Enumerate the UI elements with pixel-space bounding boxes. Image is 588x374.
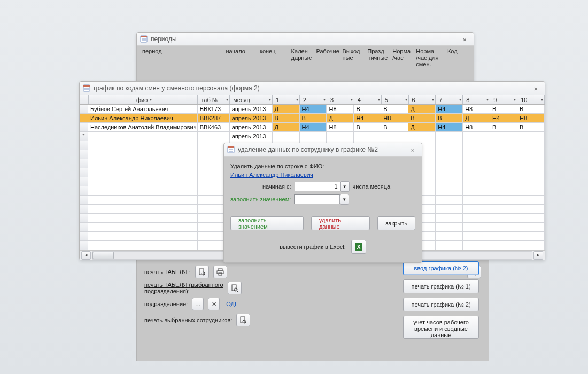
input-schedule-2-button[interactable]: ввод графика (№ 2)	[403, 261, 479, 275]
column-header[interactable]: 9▾	[490, 95, 517, 104]
excel-export-button[interactable]: X	[351, 240, 366, 254]
cell-day[interactable]	[381, 132, 408, 141]
department-clear-button[interactable]: ✕	[208, 298, 220, 310]
cell-day[interactable]	[490, 132, 517, 141]
row-marker[interactable]	[80, 114, 88, 122]
cell-month[interactable]: апрель 2013	[230, 123, 273, 131]
fill-value-dropdown[interactable]: ▼	[339, 194, 349, 205]
cell-tab[interactable]: ВВК173	[198, 105, 230, 113]
column-header[interactable]: 6▾	[409, 95, 436, 104]
cell-day[interactable]	[327, 132, 354, 141]
cell-day[interactable]: Д	[273, 123, 300, 131]
cell-day[interactable]: В	[490, 123, 517, 131]
start-day-dropdown[interactable]: ▼	[340, 181, 350, 192]
print-schedule-1-button[interactable]: печать графика (№ 1)	[403, 279, 479, 293]
start-day-input[interactable]	[295, 182, 341, 191]
cell-day[interactable]: Н8	[381, 114, 408, 122]
column-header[interactable]: 10▾	[517, 95, 545, 104]
grid-close-button[interactable]: ⨉	[530, 85, 541, 92]
cell-day[interactable]	[354, 132, 381, 141]
cell-fio[interactable]: Бубнов Сергей Анатольевич	[88, 105, 198, 113]
column-header[interactable]: месяц▾	[230, 95, 273, 104]
cell-month[interactable]: апрель 2013	[230, 105, 273, 113]
row-marker-new[interactable]: *	[80, 132, 88, 141]
cell-tab[interactable]: ВВК463	[198, 123, 230, 131]
column-header[interactable]: 5▾	[382, 95, 409, 104]
cell-day[interactable]: Д	[408, 123, 436, 131]
cell-day[interactable]: Н8	[463, 123, 490, 131]
cell-day[interactable]: Д	[463, 114, 490, 122]
cell-day[interactable]: Н4	[300, 105, 327, 113]
dialog-employee-link[interactable]: Ильин Александр Николаевич	[230, 172, 313, 178]
print-tabel-preview-button[interactable]	[195, 266, 209, 278]
cell-month[interactable]: апрель 2013	[230, 114, 273, 122]
cell-tab[interactable]: ВВК287	[198, 114, 230, 122]
cell-day[interactable]: В	[490, 105, 517, 113]
cell-day[interactable]: В	[354, 123, 381, 131]
row-marker[interactable]	[80, 105, 88, 113]
column-header[interactable]: 3▾	[327, 95, 354, 104]
cell-day[interactable]: Н8	[463, 105, 490, 113]
scroll-thumb[interactable]	[92, 252, 114, 259]
delete-button[interactable]: удалить данные	[311, 216, 370, 230]
cell-day[interactable]: Д	[327, 114, 354, 122]
cell-month[interactable]: апрель 2013	[230, 132, 273, 141]
print-tabel-dept-button[interactable]	[228, 282, 242, 294]
cell-day[interactable]: В	[381, 123, 408, 131]
cell-day[interactable]: В	[273, 114, 300, 122]
cell-day[interactable]	[463, 132, 490, 141]
chevron-down-icon: ▾	[267, 97, 271, 102]
cell-day[interactable]	[408, 132, 436, 141]
cell-day[interactable]: В	[354, 105, 381, 113]
cell-fio[interactable]: Наследников Анатолий Владимирович	[88, 123, 198, 131]
cell-day[interactable]: Н4	[490, 114, 517, 122]
cell-fio[interactable]: Ильин Александр Николаевич	[88, 114, 198, 122]
column-header[interactable]: 7▾	[436, 95, 463, 104]
table-row[interactable]: Бубнов Сергей АнатольевичВВК173апрель 20…	[80, 105, 545, 114]
column-header[interactable]: фио▾	[89, 95, 198, 104]
column-header[interactable]: таб №▾	[198, 95, 230, 104]
table-row[interactable]: Ильин Александр НиколаевичВВК287апрель 2…	[80, 114, 545, 123]
periods-close-button[interactable]: ⨉	[459, 36, 470, 43]
cell-day[interactable]: Н4	[354, 114, 381, 122]
cell-day[interactable]: В	[517, 105, 545, 113]
print-schedule-2-button[interactable]: печать графика (№ 2)	[403, 298, 479, 311]
row-selector-header[interactable]	[80, 95, 89, 104]
cell-day[interactable]: В	[436, 114, 463, 122]
cell-day[interactable]: В	[517, 123, 545, 131]
print-tabel-button[interactable]	[213, 266, 227, 278]
cell-day[interactable]: Н8	[327, 105, 354, 113]
cell-day[interactable]: Д	[408, 105, 436, 113]
cell-day[interactable]	[436, 132, 463, 141]
table-row[interactable]: Наследников Анатолий ВладимировичВВК463а…	[80, 123, 545, 132]
cell-day[interactable]: Н8	[517, 114, 545, 122]
cell-day[interactable]	[273, 132, 300, 141]
column-header[interactable]: 2▾	[300, 95, 327, 104]
cell-day[interactable]: Н4	[436, 105, 463, 113]
cell-day[interactable]: В	[408, 114, 436, 122]
fill-value-input[interactable]	[294, 194, 340, 204]
column-header[interactable]: 4▾	[354, 95, 382, 104]
scroll-left-button[interactable]: ◄	[81, 251, 91, 260]
table-row-new[interactable]: *апрель 2013	[80, 132, 545, 141]
scroll-right-button[interactable]: ►	[533, 251, 543, 260]
cell-day[interactable]: В	[381, 105, 408, 113]
cell-day[interactable]: Н8	[327, 123, 354, 131]
fill-button[interactable]: заполнить значением	[230, 216, 304, 230]
dialog-close-x[interactable]: ⨉	[407, 146, 419, 153]
department-pick-button[interactable]: …	[192, 298, 204, 310]
cell-day[interactable]: Д	[273, 105, 300, 113]
cell-day[interactable]: В	[300, 114, 327, 122]
column-header[interactable]: 8▾	[463, 95, 490, 104]
cell-day[interactable]: Н4	[300, 123, 327, 131]
print-selected-button[interactable]	[236, 314, 250, 326]
close-button[interactable]: закрыть	[377, 216, 415, 230]
cell-day[interactable]	[300, 132, 327, 141]
row-marker[interactable]	[80, 123, 88, 131]
cell-tab[interactable]	[198, 132, 230, 141]
cell-fio[interactable]	[88, 132, 198, 141]
cell-day[interactable]	[517, 132, 545, 141]
column-header[interactable]: 1▾	[273, 95, 300, 104]
hours-report-button[interactable]: учет часов рабочего времени и сводные да…	[403, 316, 479, 339]
cell-day[interactable]: Н4	[436, 123, 463, 131]
